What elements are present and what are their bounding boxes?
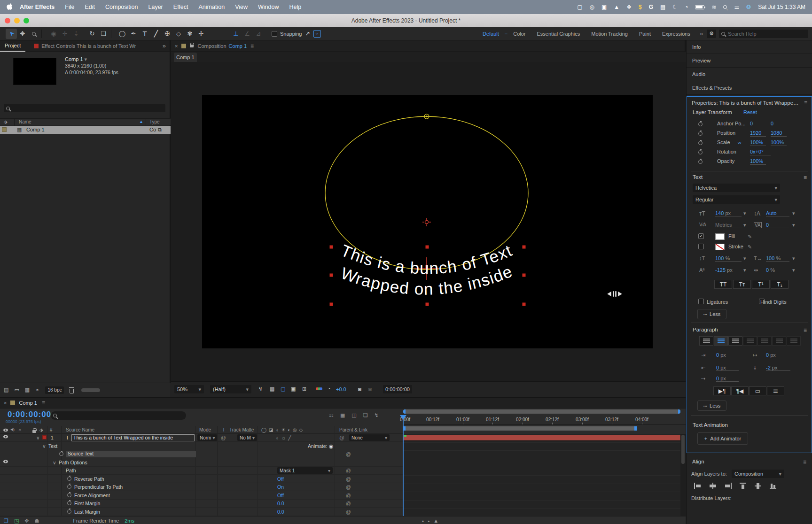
menu-app-name[interactable]: After Effects — [15, 4, 60, 10]
reverse-path-value[interactable]: Off — [277, 476, 284, 482]
panel-preview[interactable]: Preview — [687, 54, 812, 68]
first-margin-stopwatch-icon[interactable] — [67, 501, 71, 505]
menu-edit[interactable]: Edit — [79, 4, 100, 10]
source-name-column[interactable]: Source Name — [66, 427, 94, 432]
shape-tool[interactable]: ◯ — [117, 29, 128, 39]
last-line-option-button[interactable]: ▭ — [749, 386, 766, 395]
path-options-label[interactable]: Path Options — [59, 460, 87, 465]
column-name[interactable]: Name — [19, 119, 31, 124]
text-group-label[interactable]: Text — [48, 443, 57, 449]
force-alignment-pick-whip-icon[interactable]: @ — [346, 493, 351, 498]
timeline-menu-icon[interactable]: ≡ — [42, 400, 45, 406]
render-queue-icon[interactable]: ➣ — [35, 387, 39, 393]
layer-row-1[interactable]: ∨ 1 T This is a bunch of Text Wrapped on… — [0, 434, 403, 442]
time-machine-icon[interactable]: ◔ — [685, 4, 688, 10]
draft-3d-icon[interactable]: ▦ — [340, 412, 345, 418]
track-matte-dropdown[interactable]: No M▾ — [237, 434, 257, 441]
opacity-stopwatch-icon[interactable] — [698, 160, 703, 164]
zoom-tool[interactable] — [28, 29, 39, 39]
current-time-display[interactable]: 0:00:00:00 — [8, 410, 51, 419]
layer-switches-icons[interactable]: ♁ ☼ ╱ — [275, 435, 292, 440]
first-margin-row[interactable]: First Margin 0.0 @ — [0, 500, 403, 508]
space-before-value[interactable]: 0 px — [716, 365, 739, 371]
creative-cloud-icon[interactable]: ◎ — [590, 4, 594, 10]
timeline-zoom-out-icon[interactable]: ▴ — [422, 519, 424, 523]
stroke-eyedropper-icon[interactable]: ✐ — [746, 245, 752, 249]
comp-viewer[interactable]: This is a bunch of Text Wrapped on the i… — [171, 62, 686, 381]
path-pick-whip-icon[interactable]: @ — [346, 468, 351, 473]
parent-dropdown[interactable]: None▾ — [349, 434, 390, 441]
menu-file[interactable]: File — [60, 4, 79, 10]
channel-show-icon[interactable] — [316, 387, 322, 390]
comp-canvas[interactable]: This is a bunch of Text Wrapped on the i… — [202, 95, 653, 348]
justify-last-left-button[interactable] — [743, 336, 757, 346]
rotation-tool[interactable]: ↻ — [86, 29, 98, 39]
align-vcenter-button[interactable] — [751, 481, 765, 491]
snap-cursor-icon[interactable]: ↗ — [302, 29, 313, 39]
last-margin-stopwatch-icon[interactable] — [67, 509, 71, 514]
fill-eyedropper-icon[interactable]: ✐ — [746, 234, 752, 239]
timeline-zoom-slider[interactable]: ● — [428, 519, 429, 523]
region-of-interest-icon[interactable]: ▣ — [291, 386, 296, 392]
composition-panel-title[interactable]: Composition — [197, 43, 226, 49]
playhead-line[interactable] — [403, 419, 404, 516]
force-alignment-row[interactable]: Force Alignment Off @ — [0, 492, 403, 500]
motion-blur-enable-icon[interactable]: ↯ — [375, 412, 379, 418]
reverse-path-row[interactable]: Reverse Path Off @ — [0, 475, 403, 483]
apple-menu-icon[interactable] — [7, 3, 13, 11]
text-group-row[interactable]: ∨ Text Animate: ◉ — [0, 442, 403, 450]
justify-last-center-button[interactable] — [757, 336, 772, 346]
stroke-enabled-checkbox[interactable] — [698, 244, 704, 249]
scale-link-icon[interactable]: ∞ — [738, 139, 742, 145]
horizontal-scale-dropdown-icon[interactable]: ▾ — [792, 255, 795, 262]
panel-effects-presets[interactable]: Effects & Presets — [687, 81, 812, 95]
align-bottom-button[interactable] — [766, 481, 780, 491]
frame-blending-toggle-icon[interactable]: ❐ — [4, 518, 8, 524]
position-stopwatch-icon[interactable] — [698, 131, 703, 136]
orbit-camera-tool[interactable]: ◉ — [48, 29, 59, 39]
leading-dropdown-icon[interactable]: ▾ — [792, 210, 795, 216]
paragraph-menu-icon[interactable]: ≡ — [804, 327, 807, 333]
fill-enabled-checkbox[interactable] — [698, 233, 704, 239]
time-ruler[interactable]: 0:00f 00:12f 01:00f 01:12f 02:00f 02:12f… — [403, 415, 686, 425]
tracking-dropdown-icon[interactable]: ▾ — [792, 222, 795, 228]
workspace-default[interactable]: Default — [477, 31, 505, 37]
align-menu-icon[interactable]: ≡ — [803, 459, 806, 465]
superscript-button[interactable]: T¹ — [752, 280, 770, 289]
align-to-dropdown[interactable]: Composition▾ — [732, 470, 784, 478]
track-area[interactable] — [403, 434, 680, 516]
opacity-value[interactable]: 100% — [750, 158, 766, 165]
path-row[interactable]: Path Mask 1▾ @ — [0, 467, 403, 475]
project-comp-name[interactable]: Comp 1 — [65, 56, 83, 62]
perpendicular-pick-whip-icon[interactable]: @ — [346, 484, 351, 490]
comp-viewer-tab[interactable]: Comp 1 — [174, 53, 197, 62]
scale-y-value[interactable]: 100% — [771, 139, 787, 146]
project-hscrollbar[interactable] — [81, 388, 100, 392]
source-text-stopwatch-icon[interactable] — [59, 452, 63, 456]
menu-view[interactable]: View — [230, 4, 253, 10]
properties-title[interactable]: Properties: This is a bunch of Text Wrap… — [692, 100, 799, 106]
timeline-close-icon[interactable]: × — [0, 400, 10, 406]
eraser-tool[interactable]: ◇ — [173, 29, 184, 39]
comp-name-flyout-icon[interactable]: ▾ — [85, 56, 87, 62]
menu-effect[interactable]: Effect — [168, 4, 194, 10]
comp-mini-flowchart-icon[interactable]: ⚏ — [329, 412, 334, 418]
align-left-text-button[interactable] — [699, 336, 713, 346]
timeline-vscrollbar[interactable] — [680, 434, 686, 516]
delete-item-icon[interactable] — [70, 389, 74, 393]
minimize-window-button[interactable] — [14, 18, 20, 23]
path-mask-dropdown[interactable]: Mask 1▾ — [277, 467, 333, 474]
perpendicular-value[interactable]: On — [277, 484, 284, 490]
align-top-button[interactable] — [736, 481, 750, 491]
paragraph-less-button[interactable]: •••Less — [697, 401, 726, 411]
transparency-grid-icon[interactable]: ▦ — [270, 386, 274, 392]
battery-icon[interactable] — [695, 5, 704, 9]
parent-link-column[interactable]: Parent & Link — [339, 427, 367, 432]
panel-menu-icon[interactable]: ≡ — [250, 43, 254, 49]
add-animator-button[interactable]: +Add Animator — [697, 432, 748, 445]
menu-help[interactable]: Help — [284, 4, 306, 10]
tab-effect-controls[interactable]: Effect Controls This is a bunch of Text … — [41, 43, 136, 49]
grammarly-icon[interactable]: G — [649, 4, 653, 10]
hand-tool[interactable]: ✥ — [17, 29, 28, 39]
position-x-value[interactable]: 1920 — [750, 130, 766, 137]
